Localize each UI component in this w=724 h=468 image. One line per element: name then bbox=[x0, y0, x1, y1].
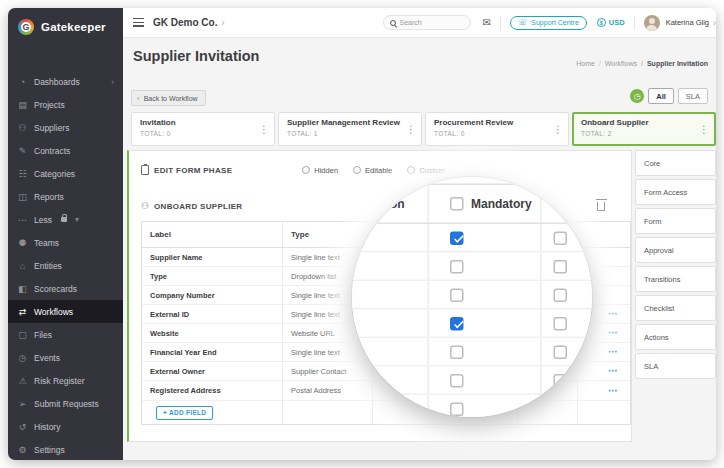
sidebar-item-label: Scorecards bbox=[34, 284, 77, 294]
trash-icon[interactable] bbox=[597, 202, 605, 211]
filter-all-button[interactable]: All bbox=[648, 88, 674, 104]
hidden-cell bbox=[541, 252, 592, 279]
sidebar-item-label: History bbox=[34, 422, 60, 432]
support-centre-button[interactable]: ☏ Support Centre bbox=[510, 16, 587, 30]
divider bbox=[500, 16, 501, 30]
sidebar-item[interactable]: ⚙ Settings ▾ › bbox=[8, 438, 123, 460]
settings-tab[interactable]: Actions bbox=[635, 324, 716, 350]
phase-tab[interactable]: Procurement Review TOTAL: 0 ⋮ bbox=[425, 112, 569, 146]
sidebar-item[interactable]: ➢ Submit Requests ▾ › bbox=[8, 392, 123, 415]
kebab-menu-icon[interactable]: ⋮ bbox=[259, 124, 269, 135]
sidebar-item[interactable]: ◫ Reports ▾ › bbox=[8, 185, 123, 208]
radio-button-icon[interactable] bbox=[353, 166, 361, 174]
sidebar-item[interactable]: ◷ Events ▾ › bbox=[8, 346, 123, 369]
phase-name: Invitation bbox=[140, 118, 258, 127]
actions-cell: ⋯ bbox=[578, 381, 630, 400]
sidebar-item[interactable]: ⚠ Risk Register ▾ › bbox=[8, 369, 123, 392]
dollar-icon: $ bbox=[597, 18, 606, 27]
kebab-menu-icon[interactable]: ⋮ bbox=[553, 124, 563, 135]
sidebar-item[interactable]: ◔ Dashboards ▾ › bbox=[8, 70, 123, 93]
radio-button-icon[interactable] bbox=[407, 166, 415, 174]
settings-tab[interactable]: SLA bbox=[635, 353, 716, 379]
topbar: GK Demo Co. › ✉ ☏ Support Centre $ USD K… bbox=[123, 8, 716, 38]
phase-total: TOTAL: 1 bbox=[287, 130, 405, 137]
envelope-icon[interactable]: ✉ bbox=[483, 17, 491, 28]
sidebar-item[interactable]: ✎ Contracts ▾ › bbox=[8, 139, 123, 162]
phase-tab[interactable]: Onboard Supplier TOTAL: 2 ⋮ bbox=[572, 112, 716, 146]
sidebar-item[interactable]: ⌂ Entities ▾ › bbox=[8, 254, 123, 277]
user-name[interactable]: Katerina Glig bbox=[666, 18, 709, 27]
mandatory-checkbox bbox=[450, 401, 464, 415]
sidebar-item-label: Reports bbox=[34, 192, 64, 202]
breadcrumb-item[interactable]: Home bbox=[576, 60, 595, 67]
access-radio-group: Hidden Editable Custom bbox=[302, 166, 445, 175]
kebab-menu-icon[interactable]: ⋮ bbox=[406, 124, 416, 135]
contracts-icon: ✎ bbox=[17, 146, 28, 156]
avatar[interactable] bbox=[644, 15, 660, 31]
back-to-workflow-button[interactable]: ‹ Back to Workflow bbox=[131, 90, 206, 106]
sidebar-item-label: Less bbox=[34, 215, 52, 225]
sidebar-item[interactable]: ⚉ Teams ▾ › bbox=[8, 231, 123, 254]
sla-timer-icon[interactable]: ◷ bbox=[630, 89, 644, 103]
radio-button-icon[interactable] bbox=[302, 166, 310, 174]
settings-tab[interactable]: Checklist bbox=[635, 295, 716, 321]
settings-tab[interactable]: Form Access bbox=[635, 179, 716, 205]
table-row: Website Website URL ⋯ bbox=[352, 338, 592, 367]
magnifier-content: EDIT FORM PHASE Hidden Editable Custom ⚇… bbox=[352, 177, 592, 417]
settings-tab[interactable]: Approval bbox=[635, 237, 716, 263]
sidebar-item-label: Submit Requests bbox=[34, 399, 99, 409]
settings-tab[interactable]: Core bbox=[635, 150, 716, 176]
search-input[interactable] bbox=[400, 19, 460, 26]
sidebar-item[interactable]: ↺ History ▾ › bbox=[8, 415, 123, 438]
brand-logo[interactable]: G Gatekeeper bbox=[8, 8, 123, 46]
filter-sla-button[interactable]: SLA bbox=[678, 88, 708, 104]
actions-cell: ⋯ bbox=[578, 362, 630, 380]
settings-icon: ⚙ bbox=[17, 445, 28, 455]
phase-total: TOTAL: 0 bbox=[140, 130, 258, 137]
settings-tab[interactable]: Form bbox=[635, 208, 716, 234]
sidebar-item[interactable]: ◧ Scorecards ▾ › bbox=[8, 277, 123, 300]
mandatory-checkbox bbox=[450, 316, 464, 330]
phase-tab[interactable]: Invitation TOTAL: 0 ⋮ bbox=[131, 112, 275, 146]
hamburger-menu-icon[interactable] bbox=[133, 18, 144, 27]
company-name[interactable]: GK Demo Co. bbox=[153, 17, 217, 28]
sidebar: G Gatekeeper ◔ Dashboards ▾ › ▤ Projects… bbox=[8, 8, 123, 460]
sidebar-item[interactable]: ⚇ Suppliers ▾ › bbox=[8, 116, 123, 139]
sidebar-item[interactable]: ▤ Projects ▾ › bbox=[8, 93, 123, 116]
sidebar-item-label: Suppliers bbox=[34, 123, 69, 133]
entities-icon: ⌂ bbox=[17, 261, 28, 271]
hidden-checkbox bbox=[553, 287, 567, 301]
radio-option[interactable]: Custom bbox=[407, 166, 445, 175]
column-header-label: Label bbox=[142, 222, 283, 247]
sidebar-item[interactable]: ⇄ Workflows ▾ › bbox=[8, 300, 123, 323]
table-row: Registered Address Postal Address ⋯ bbox=[142, 381, 630, 400]
sidebar-item[interactable]: ▢ Files ▾ › bbox=[8, 323, 123, 346]
field-label-cell: Company Number bbox=[142, 286, 283, 304]
phase-tabs: Invitation TOTAL: 0 ⋮ Supplier Managemen… bbox=[131, 112, 716, 146]
sidebar-item[interactable]: ⋯ Less ▾ › bbox=[8, 208, 123, 231]
breadcrumb-item[interactable]: Supplier Invitation bbox=[637, 60, 708, 67]
search-box[interactable] bbox=[383, 15, 471, 30]
column-header-actions bbox=[578, 222, 630, 247]
hidden-cell bbox=[541, 309, 592, 336]
sidebar-item-label: Teams bbox=[34, 238, 59, 248]
add-field-button[interactable]: + ADD FIELD bbox=[156, 406, 213, 420]
sla-filter-controls: ◷ All SLA bbox=[630, 88, 708, 104]
breadcrumb-item[interactable]: Workflows bbox=[595, 60, 637, 67]
actions-cell: ⋯ bbox=[578, 343, 630, 361]
workflows-icon: ⇄ bbox=[17, 307, 28, 317]
events-icon: ◷ bbox=[17, 353, 28, 363]
column-header-type: Type bbox=[283, 222, 373, 247]
settings-tab[interactable]: Transitions bbox=[635, 266, 716, 292]
mandatory-cell bbox=[429, 338, 542, 365]
field-label-cell: Financial Year End bbox=[142, 343, 283, 361]
phase-tab[interactable]: Supplier Management Review TOTAL: 1 ⋮ bbox=[278, 112, 422, 146]
radio-option[interactable]: Editable bbox=[353, 166, 392, 175]
currency-selector[interactable]: $ USD bbox=[597, 18, 625, 27]
radio-option[interactable]: Hidden bbox=[302, 166, 338, 175]
mandatory-cell bbox=[429, 252, 542, 279]
section-title: ONBOARD SUPPLIER bbox=[154, 202, 242, 211]
chevron-right-icon: › bbox=[221, 18, 224, 28]
kebab-menu-icon[interactable]: ⋮ bbox=[699, 124, 709, 135]
sidebar-item[interactable]: ☷ Categories ▾ › bbox=[8, 162, 123, 185]
